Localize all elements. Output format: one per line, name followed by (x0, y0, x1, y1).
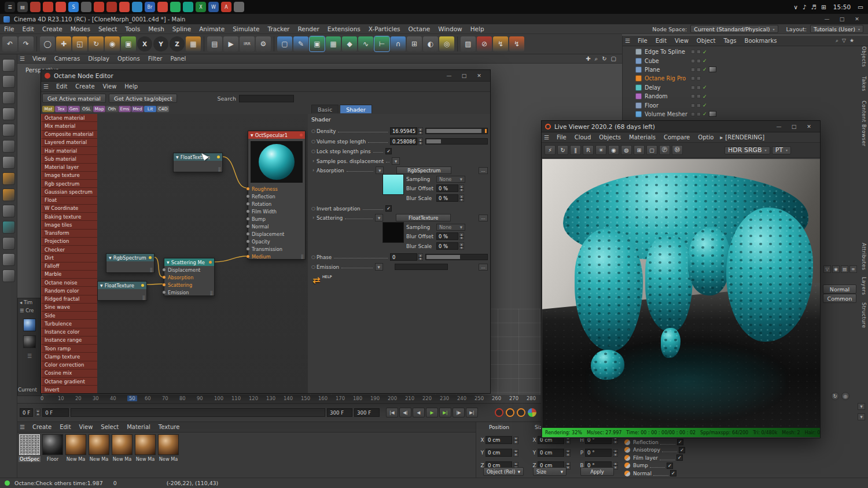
workplane-icon[interactable]: ▦ (186, 36, 201, 51)
filter-icon[interactable]: ▽ (842, 38, 846, 44)
octspecular1-port-normal[interactable]: Normal (248, 223, 305, 230)
viewport-menu-item-display[interactable]: Display (84, 56, 113, 62)
node-type-checker[interactable]: Checker (41, 246, 97, 254)
filter-chip-lit[interactable]: Lit (144, 106, 156, 112)
palette-tool-12[interactable] (2, 237, 15, 250)
layer-toggle[interactable] (697, 103, 701, 108)
port-dot[interactable] (247, 247, 249, 250)
panel-tab-objects[interactable]: Objects (861, 46, 867, 67)
material-thumb[interactable] (135, 434, 156, 455)
absorption-more-button[interactable]: ... (479, 167, 488, 174)
star-icon[interactable]: ★ (849, 38, 854, 44)
menu-item-simulate[interactable]: Simulate (229, 25, 263, 32)
node-type-turbulence[interactable]: Turbulence (41, 320, 97, 328)
invert-absorption-checkbox[interactable]: ✓ (385, 205, 392, 212)
palette-tool-14[interactable] (2, 269, 15, 282)
last-tool-icon[interactable]: ◉ (105, 36, 120, 51)
add-cube-icon[interactable]: ▢ (277, 36, 292, 51)
layout-dropdown[interactable]: Tutorials (User)▾ (810, 25, 863, 33)
close-button[interactable]: ✕ (801, 124, 816, 130)
effector-icon[interactable]: ⊢ (374, 36, 389, 51)
live-viewer-titlebar[interactable]: Live Viewer 2020.2 (68 days left) — □ ✕ (542, 121, 820, 132)
palette-tool-13[interactable] (2, 253, 15, 266)
redo-icon[interactable]: ↷ (19, 36, 34, 51)
port-dot[interactable] (247, 195, 249, 198)
app-icon-s[interactable]: S (68, 2, 79, 12)
close-button[interactable]: ✕ (472, 73, 487, 79)
frame-tick-160[interactable]: 160 (318, 395, 328, 401)
scattering-color-swatch[interactable] (382, 222, 404, 243)
volume-step-input[interactable]: 0.258086 (390, 138, 417, 145)
object-manager-menu-item-file[interactable]: File (634, 38, 652, 44)
menu-icon[interactable]: ☰ (625, 38, 630, 44)
picker-icon[interactable]: ▢ (646, 145, 657, 155)
node-space-dropdown[interactable]: Current (Standard/Physical)▾ (690, 25, 778, 33)
target-button[interactable]: ◎ (841, 392, 849, 400)
display-icon[interactable]: ▭ (858, 3, 863, 10)
live-viewer-menu-item-optio[interactable]: Optio (694, 134, 718, 141)
app-icon-red-6[interactable] (119, 2, 130, 12)
frame-tick-30[interactable]: 30 (93, 395, 99, 401)
search-icon[interactable]: ⌕ (836, 38, 838, 44)
node-type-projection[interactable]: Projection (41, 238, 97, 246)
node-type-random-color[interactable]: Random color (41, 287, 97, 295)
node-resize-grip[interactable]: ⣿ (210, 291, 213, 295)
light-icon[interactable]: ◎ (439, 36, 454, 51)
coord-mode-dropdown[interactable]: Object (Rel)▼ (483, 467, 524, 476)
palette-tool-6[interactable] (2, 140, 15, 153)
menu-item-window[interactable]: Window (434, 25, 466, 32)
channel-checkbox[interactable]: ✓ (676, 454, 683, 461)
scattering-dropdown[interactable]: ▼ (375, 214, 383, 221)
octspecular1-port-transmission[interactable]: Transmission (248, 245, 305, 253)
restart-render-icon[interactable]: ↻ (557, 145, 568, 155)
range-end-field[interactable]: 300 F (327, 408, 352, 417)
phase-input[interactable]: 0 (390, 253, 417, 261)
layer-toggle[interactable] (691, 94, 695, 98)
node-type-ridged-fractal[interactable]: Ridged fractal (41, 295, 97, 304)
node-type-layered-material[interactable]: Layered material (41, 139, 97, 147)
frame-tick-200[interactable]: 200 (388, 395, 397, 401)
sampling-dropdown[interactable]: None▼ (436, 176, 465, 183)
menu-item-tools[interactable]: Tools (121, 25, 144, 32)
add-node-icon[interactable]: ⊞ (634, 145, 645, 155)
layer-toggle[interactable] (691, 112, 695, 116)
play-button[interactable]: ▶ (426, 408, 438, 417)
panel-menu-icon[interactable]: ☰ (18, 353, 41, 359)
scattering-more-button[interactable]: ... (479, 215, 488, 221)
frame-tick-120[interactable]: 120 (249, 395, 258, 401)
goto-start-button[interactable]: |◀ (386, 408, 398, 417)
range-start-field[interactable]: 0 F (42, 408, 69, 417)
size-mode-dropdown[interactable]: Size▼ (533, 467, 567, 476)
node-type-instance-color[interactable]: Instance color (41, 328, 97, 337)
scale-icon[interactable]: ◱ (72, 36, 87, 51)
frame-tick-110[interactable]: 110 (231, 395, 241, 401)
panel-tab-takes[interactable]: Takes (861, 76, 867, 91)
frame-tick-40[interactable]: 40 (110, 395, 116, 401)
region-icon[interactable]: R (583, 145, 594, 155)
object-manager-menu-item-edit[interactable]: Edit (652, 38, 671, 44)
pause-icon[interactable]: ‖ (570, 145, 581, 155)
blur-offset-input[interactable]: 0 % (436, 184, 458, 192)
maximize-button[interactable]: □ (457, 73, 472, 79)
node-graph-canvas[interactable]: ▼FloatTexture ⣿ ▼OctSpecular1 RoughnessR… (97, 114, 309, 393)
blur-scale-input[interactable]: 0 % (436, 242, 458, 250)
node-scattering-medium[interactable]: ▼Scattering Me DisplacementAbsorptionSca… (164, 258, 215, 296)
port-dot[interactable] (163, 268, 165, 271)
node-type-falloff[interactable]: Falloff (41, 263, 97, 271)
create-panel-tab[interactable]: ☰ Cre (18, 306, 41, 315)
collapse-icon[interactable]: ▼ (167, 260, 170, 264)
absorption-color-swatch[interactable] (382, 174, 404, 195)
density-slider[interactable] (425, 128, 488, 134)
menu-item-mesh[interactable]: Mesh (144, 25, 168, 32)
camera-icon[interactable]: ◐ (423, 36, 438, 51)
layer-toggle[interactable] (697, 112, 701, 116)
sun-icon[interactable]: ☀ (595, 145, 606, 155)
app-icon-gray[interactable] (234, 2, 244, 12)
scattering-port-emission[interactable]: Emission (164, 289, 214, 296)
palette-tool-8[interactable] (2, 172, 15, 185)
frame-tick-230[interactable]: 230 (440, 395, 449, 401)
node-type-hair-material[interactable]: Hair material (41, 147, 97, 155)
maximize-button[interactable]: □ (834, 16, 849, 22)
scattering-node-button[interactable]: FloatTexture (396, 214, 451, 221)
density-stepper[interactable]: ▲▼ (418, 127, 423, 135)
